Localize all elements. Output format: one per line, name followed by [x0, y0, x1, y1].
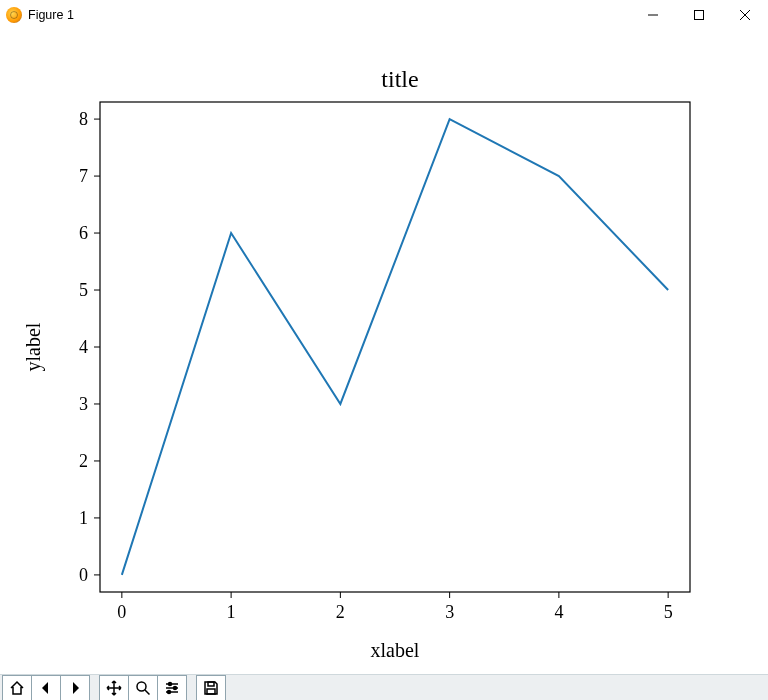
svg-point-34 [137, 682, 146, 691]
svg-text:2: 2 [336, 602, 345, 622]
svg-text:4: 4 [554, 602, 563, 622]
svg-text:8: 8 [79, 109, 88, 129]
save-button[interactable] [196, 675, 226, 700]
move-icon [106, 680, 122, 696]
maximize-icon [694, 10, 704, 20]
data-line [122, 119, 668, 575]
zoom-icon [135, 680, 151, 696]
window-title: Figure 1 [28, 8, 74, 22]
svg-text:0: 0 [117, 602, 126, 622]
svg-text:0: 0 [79, 565, 88, 585]
figure-window: Figure 1 title 012345 012345678 xlabel y… [0, 0, 768, 700]
svg-text:6: 6 [79, 223, 88, 243]
y-axis-label: ylabel [22, 322, 45, 371]
svg-text:2: 2 [79, 451, 88, 471]
chart-title: title [381, 66, 418, 92]
svg-rect-43 [207, 689, 215, 694]
plot-svg: title 012345 012345678 xlabel ylabel [0, 30, 768, 674]
svg-point-37 [169, 683, 172, 686]
app-icon [6, 7, 22, 23]
maximize-button[interactable] [676, 0, 722, 30]
minimize-button[interactable] [630, 0, 676, 30]
svg-text:1: 1 [227, 602, 236, 622]
svg-text:4: 4 [79, 337, 88, 357]
zoom-button[interactable] [128, 675, 158, 700]
svg-text:3: 3 [445, 602, 454, 622]
svg-line-35 [145, 690, 150, 695]
arrow-left-icon [38, 680, 54, 696]
save-icon [203, 680, 219, 696]
home-icon [9, 680, 25, 696]
x-ticks: 012345 [117, 592, 672, 622]
arrow-right-icon [67, 680, 83, 696]
home-button[interactable] [2, 675, 32, 700]
configure-button[interactable] [157, 675, 187, 700]
svg-text:5: 5 [664, 602, 673, 622]
sliders-icon [164, 680, 180, 696]
svg-rect-1 [695, 11, 704, 20]
axes-box [100, 102, 690, 592]
svg-text:1: 1 [79, 508, 88, 528]
x-axis-label: xlabel [371, 639, 420, 661]
forward-button[interactable] [60, 675, 90, 700]
y-ticks: 012345678 [79, 109, 100, 585]
close-button[interactable] [722, 0, 768, 30]
back-button[interactable] [31, 675, 61, 700]
close-icon [740, 10, 750, 20]
svg-text:5: 5 [79, 280, 88, 300]
mpl-toolbar [0, 674, 768, 700]
svg-point-41 [168, 691, 171, 694]
svg-text:7: 7 [79, 166, 88, 186]
svg-point-39 [174, 687, 177, 690]
svg-rect-42 [208, 682, 214, 686]
pan-button[interactable] [99, 675, 129, 700]
plot-area[interactable]: title 012345 012345678 xlabel ylabel [0, 30, 768, 674]
titlebar: Figure 1 [0, 0, 768, 30]
minimize-icon [648, 10, 658, 20]
svg-text:3: 3 [79, 394, 88, 414]
